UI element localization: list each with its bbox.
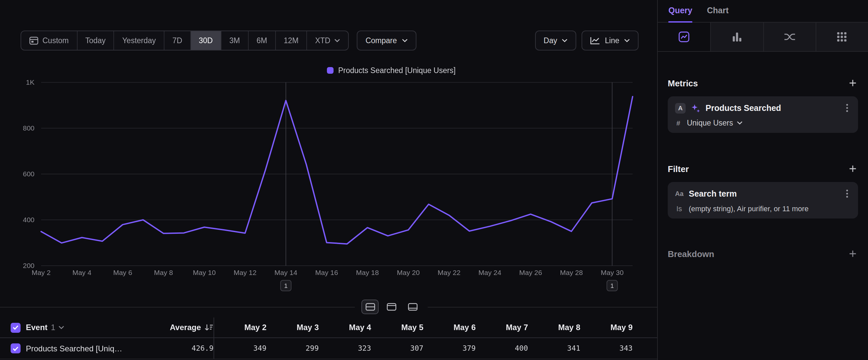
plus-icon <box>849 79 857 87</box>
chevron-down-icon <box>402 38 407 43</box>
section-divider <box>0 307 657 307</box>
x-axis-label: May 6 <box>113 269 132 276</box>
date-range-label: 6M <box>257 36 267 45</box>
date-range-label: Today <box>85 36 105 45</box>
date-columns-header: May 2May 3May 4May 5May 6May 7May 8May 9 <box>214 317 657 337</box>
granularity-label: Day <box>544 36 557 45</box>
tab-flows-chart[interactable] <box>763 23 816 51</box>
chart-type-button[interactable]: Line <box>582 31 639 51</box>
aggregation-selector[interactable]: Unique Users <box>687 119 742 127</box>
bar-chart-icon <box>732 32 742 42</box>
string-type-icon: Aa <box>675 190 684 197</box>
tab-query[interactable]: Query <box>669 0 692 23</box>
date-range-custom[interactable]: Custom <box>21 31 76 50</box>
x-axis-label: May 2 <box>31 269 51 276</box>
y-axis-label: 600 <box>23 170 34 178</box>
date-column-header[interactable]: May 9 <box>580 323 632 332</box>
compare-label: Compare <box>365 36 397 45</box>
compare-button[interactable]: Compare <box>357 31 416 51</box>
date-column-header[interactable]: May 5 <box>371 323 424 332</box>
layout-table-only-button[interactable] <box>404 300 421 314</box>
layout-toggle-group <box>355 300 428 314</box>
chevron-down-icon <box>334 38 340 43</box>
date-range-label: Custom <box>42 36 69 45</box>
date-range-12m[interactable]: 12M <box>275 31 307 50</box>
filter-heading: Filter <box>668 164 689 174</box>
x-axis-label: May 10 <box>193 269 216 276</box>
annotation-badge[interactable]: 1 <box>607 280 617 291</box>
layout-chart-only-button[interactable] <box>382 300 400 314</box>
date-range-yesterday[interactable]: Yesterday <box>114 31 164 50</box>
y-axis-label: 800 <box>23 124 34 132</box>
average-label: Average <box>170 323 201 332</box>
tab-chart[interactable]: Chart <box>707 0 728 23</box>
date-range-label: XTD <box>315 36 330 45</box>
line-chart[interactable]: 1K80060040020011May 2May 4May 6May 8May … <box>0 60 657 300</box>
date-range-30d[interactable]: 30D <box>190 31 221 50</box>
add-filter-button[interactable] <box>847 163 858 174</box>
date-column-header[interactable]: May 6 <box>424 323 476 332</box>
more-charts-grid-icon <box>837 32 847 42</box>
x-axis-label: May 18 <box>356 269 379 276</box>
metric-name: Products Searched <box>706 103 781 113</box>
date-range-6m[interactable]: 6M <box>248 31 275 50</box>
event-header-cell: Event 1 <box>0 323 153 332</box>
toolbar-right-group: Day Line <box>535 31 639 51</box>
date-column-header[interactable]: May 2 <box>214 323 267 332</box>
date-column-header[interactable]: May 7 <box>476 323 528 332</box>
x-axis-label: May 4 <box>72 269 92 276</box>
add-metric-button[interactable] <box>847 78 858 88</box>
row-checkbox[interactable] <box>10 343 21 353</box>
x-axis-label: May 28 <box>560 269 583 276</box>
kebab-icon <box>846 104 848 112</box>
date-range-label: Yesterday <box>122 36 156 45</box>
date-range-xtd[interactable]: XTD <box>306 31 348 50</box>
aggregation-label: Unique Users <box>687 119 733 127</box>
add-breakdown-button[interactable] <box>847 248 858 259</box>
tab-bar-chart[interactable] <box>711 23 763 51</box>
filter-condition-row: Is (empty string), Air purifier, or 11 m… <box>675 204 851 213</box>
metrics-heading: Metrics <box>668 78 698 88</box>
select-all-checkbox[interactable] <box>10 323 21 332</box>
breakdown-heading: Breakdown <box>668 249 714 259</box>
date-column-header[interactable]: May 4 <box>319 323 371 332</box>
row-event-name: Products Searched [Unique Users] <box>26 344 125 353</box>
chart-series-line[interactable] <box>41 96 632 244</box>
metric-kebab-menu[interactable] <box>843 102 851 114</box>
filter-operator[interactable]: Is <box>676 204 682 213</box>
layout-split-icon <box>365 303 375 311</box>
sort-icon[interactable] <box>204 324 214 331</box>
granularity-button[interactable]: Day <box>535 31 577 51</box>
x-axis-label: May 24 <box>478 269 501 276</box>
metric-card-row: A Products Searched <box>675 102 851 114</box>
filter-card-row: Aa Search term <box>675 188 851 199</box>
date-range-today[interactable]: Today <box>76 31 114 50</box>
query-sidebar: Query Chart Metrics <box>657 0 868 360</box>
x-axis-label: May 30 <box>601 269 624 276</box>
date-range-label: 12M <box>284 36 299 45</box>
sidebar-content: Metrics A Products Searched # <box>658 78 868 259</box>
date-column-header[interactable]: May 3 <box>267 323 319 332</box>
tab-more-charts[interactable] <box>816 23 868 51</box>
layout-bottom-icon <box>407 303 417 311</box>
date-column-header[interactable]: May 8 <box>528 323 581 332</box>
layout-chart-table-button[interactable] <box>362 300 379 314</box>
svg-text:1: 1 <box>284 282 288 289</box>
filter-card[interactable]: Aa Search term Is (empty string), Air pu… <box>668 182 858 219</box>
check-icon <box>12 325 19 330</box>
metric-card[interactable]: A Products Searched # Unique Users <box>668 96 858 133</box>
line-chart-icon <box>590 36 600 45</box>
chart-type-tabs <box>658 23 868 52</box>
filter-kebab-menu[interactable] <box>843 188 851 199</box>
tab-insights-chart[interactable] <box>658 23 711 51</box>
annotation-badge[interactable]: 1 <box>280 280 291 291</box>
filter-values[interactable]: (empty string), Air purifier, or 11 more <box>689 204 809 213</box>
check-icon <box>12 346 19 351</box>
table-row[interactable]: Products Searched [Unique Users] 426.9 3… <box>0 338 657 359</box>
analytics-app: CustomTodayYesterday7D30D3M6M12MXTD Comp… <box>0 0 868 360</box>
breakdown-section-header: Breakdown <box>668 248 858 259</box>
value-cell: 349 <box>214 344 267 353</box>
date-range-7d[interactable]: 7D <box>164 31 190 50</box>
date-range-3m[interactable]: 3M <box>221 31 248 50</box>
event-selector[interactable]: Event 1 <box>26 323 65 332</box>
